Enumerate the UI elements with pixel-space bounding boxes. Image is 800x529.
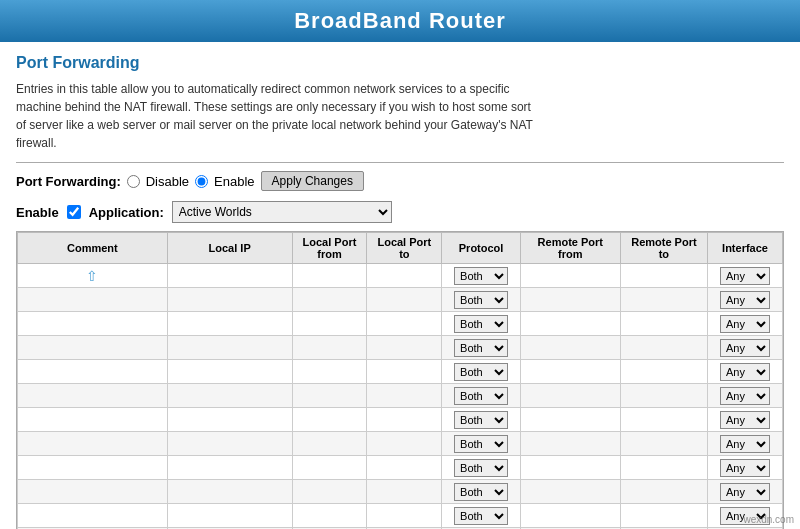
page-title: Port Forwarding	[16, 54, 784, 72]
protocol-select[interactable]: BothTCPUDP	[454, 387, 508, 405]
table-row: BothTCPUDPAnyWANLAN	[18, 504, 783, 528]
cell-local-ip	[167, 408, 292, 432]
protocol-select[interactable]: BothTCPUDP	[454, 267, 508, 285]
protocol-select[interactable]: BothTCPUDP	[454, 291, 508, 309]
cell-local-ip	[167, 504, 292, 528]
interface-select[interactable]: AnyWANLAN	[720, 459, 770, 477]
cell-local-ip	[167, 264, 292, 288]
cell-local-ip	[167, 432, 292, 456]
protocol-select[interactable]: BothTCPUDP	[454, 315, 508, 333]
watermark: wexdn.com	[743, 514, 794, 525]
cell-remote-port-from	[520, 288, 620, 312]
cell-local-port-from	[292, 456, 367, 480]
cell-interface[interactable]: AnyWANLAN	[708, 312, 783, 336]
cell-protocol[interactable]: BothTCPUDP	[442, 336, 521, 360]
cell-remote-port-from	[520, 336, 620, 360]
cell-local-ip	[167, 480, 292, 504]
cell-interface[interactable]: AnyWANLAN	[708, 264, 783, 288]
col-local-port-to: Local Port to	[367, 233, 442, 264]
table-row: BothTCPUDPAnyWANLAN	[18, 336, 783, 360]
cell-interface[interactable]: AnyWANLAN	[708, 336, 783, 360]
interface-select[interactable]: AnyWANLAN	[720, 387, 770, 405]
cell-interface[interactable]: AnyWANLAN	[708, 480, 783, 504]
cell-interface[interactable]: AnyWANLAN	[708, 384, 783, 408]
protocol-select[interactable]: BothTCPUDP	[454, 435, 508, 453]
cell-interface[interactable]: AnyWANLAN	[708, 288, 783, 312]
cell-remote-port-from	[520, 384, 620, 408]
table-row: BothTCPUDPAnyWANLAN	[18, 384, 783, 408]
cell-comment	[18, 456, 168, 480]
cell-local-port-from	[292, 432, 367, 456]
cell-remote-port-from	[520, 456, 620, 480]
table-row: BothTCPUDPAnyWANLAN	[18, 408, 783, 432]
cell-interface[interactable]: AnyWANLAN	[708, 408, 783, 432]
cell-local-port-to	[367, 432, 442, 456]
cell-protocol[interactable]: BothTCPUDP	[442, 480, 521, 504]
cell-local-ip	[167, 384, 292, 408]
cell-comment	[18, 336, 168, 360]
cell-protocol[interactable]: BothTCPUDP	[442, 312, 521, 336]
cell-comment	[18, 504, 168, 528]
cell-protocol[interactable]: BothTCPUDP	[442, 288, 521, 312]
cell-remote-port-from	[520, 312, 620, 336]
cell-local-port-to	[367, 360, 442, 384]
enable-checkbox[interactable]	[67, 205, 81, 219]
protocol-select[interactable]: BothTCPUDP	[454, 411, 508, 429]
cell-interface[interactable]: AnyWANLAN	[708, 456, 783, 480]
col-interface: Interface	[708, 233, 783, 264]
pf-toggle-label: Port Forwarding:	[16, 174, 121, 189]
cell-protocol[interactable]: BothTCPUDP	[442, 456, 521, 480]
application-label: Application:	[89, 205, 164, 220]
protocol-select[interactable]: BothTCPUDP	[454, 483, 508, 501]
cell-local-ip	[167, 456, 292, 480]
cell-protocol[interactable]: BothTCPUDP	[442, 360, 521, 384]
col-local-port-from: Local Port from	[292, 233, 367, 264]
protocol-select[interactable]: BothTCPUDP	[454, 507, 508, 525]
cell-remote-port-to	[620, 336, 707, 360]
interface-select[interactable]: AnyWANLAN	[720, 315, 770, 333]
pf-enable-radio[interactable]	[195, 175, 208, 188]
interface-select[interactable]: AnyWANLAN	[720, 411, 770, 429]
cell-local-port-from	[292, 480, 367, 504]
header: BroadBand Router	[0, 0, 800, 42]
enable-label: Enable	[16, 205, 59, 220]
pf-disable-radio[interactable]	[127, 175, 140, 188]
cell-protocol[interactable]: BothTCPUDP	[442, 408, 521, 432]
interface-select[interactable]: AnyWANLAN	[720, 339, 770, 357]
cell-local-port-from	[292, 384, 367, 408]
cell-protocol[interactable]: BothTCPUDP	[442, 504, 521, 528]
cell-interface[interactable]: AnyWANLAN	[708, 360, 783, 384]
interface-select[interactable]: AnyWANLAN	[720, 291, 770, 309]
cell-comment: ⇧	[18, 264, 168, 288]
cell-remote-port-from	[520, 360, 620, 384]
cell-local-port-from	[292, 312, 367, 336]
cell-local-port-to	[367, 336, 442, 360]
interface-select[interactable]: AnyWANLAN	[720, 435, 770, 453]
protocol-select[interactable]: BothTCPUDP	[454, 339, 508, 357]
cell-local-port-from	[292, 264, 367, 288]
cell-remote-port-from	[520, 504, 620, 528]
cell-local-port-from	[292, 288, 367, 312]
cell-local-port-from	[292, 408, 367, 432]
protocol-select[interactable]: BothTCPUDP	[454, 459, 508, 477]
cell-remote-port-to	[620, 432, 707, 456]
cell-local-port-to	[367, 456, 442, 480]
application-row: Enable Application: Active Worlds	[16, 201, 784, 223]
cell-remote-port-from	[520, 432, 620, 456]
interface-select[interactable]: AnyWANLAN	[720, 363, 770, 381]
interface-select[interactable]: AnyWANLAN	[720, 267, 770, 285]
pf-toggle-row: Port Forwarding: Disable Enable Apply Ch…	[16, 171, 784, 191]
port-forwarding-table-wrapper: Comment Local IP Local Port from Local P…	[16, 231, 784, 529]
cell-protocol[interactable]: BothTCPUDP	[442, 432, 521, 456]
cell-local-port-from	[292, 360, 367, 384]
cell-remote-port-to	[620, 288, 707, 312]
cell-comment	[18, 312, 168, 336]
apply-changes-button[interactable]: Apply Changes	[261, 171, 364, 191]
protocol-select[interactable]: BothTCPUDP	[454, 363, 508, 381]
interface-select[interactable]: AnyWANLAN	[720, 483, 770, 501]
application-select[interactable]: Active Worlds	[172, 201, 392, 223]
cell-protocol[interactable]: BothTCPUDP	[442, 264, 521, 288]
cell-comment	[18, 288, 168, 312]
cell-interface[interactable]: AnyWANLAN	[708, 432, 783, 456]
cell-protocol[interactable]: BothTCPUDP	[442, 384, 521, 408]
